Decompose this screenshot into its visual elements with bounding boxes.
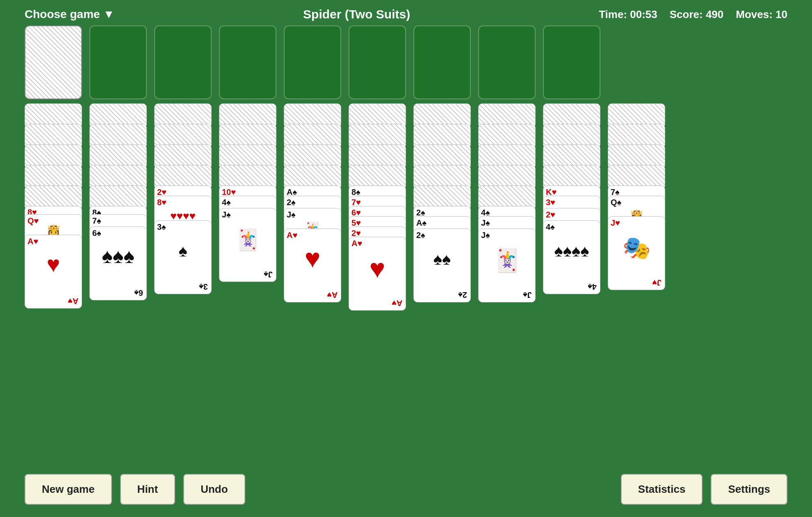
foundation-slot-6 [413, 25, 471, 99]
foundation-slot-1 [89, 25, 147, 99]
bottom-bar: New game Hint Undo Statistics Settings [0, 474, 812, 505]
bottom-right-buttons: Statistics Settings [621, 474, 787, 505]
game-title: Spider (Two Suits) [303, 7, 410, 21]
column-7: 2♠ A♠ 2♠ ♠♠ 2♠ [413, 103, 471, 302]
settings-button[interactable]: Settings [711, 474, 787, 505]
top-bar: Choose game ▼ Spider (Two Suits) Time: 0… [0, 0, 812, 25]
foundation-slot-7 [478, 25, 536, 99]
score-stat: Score: 490 [670, 8, 724, 21]
new-game-button[interactable]: New game [25, 474, 112, 505]
foundation-slot-5 [349, 25, 406, 99]
column-6: 8♠ 7♥ 6♥ 5♥ 2♥ A♥ ♥ A♥ [349, 103, 406, 311]
card-4-spades-4[interactable]: 4♠ ♠♠♠♠ 4♠ [543, 220, 600, 294]
column-5: A♠ 2♠ J♠ 🃏 A♥ ♥ A♥ [284, 103, 341, 302]
foundation-slot-8 [543, 25, 600, 99]
hint-button[interactable]: Hint [120, 474, 176, 505]
foundation-slot-4 [284, 25, 341, 99]
moves-stat: Moves: 10 [736, 8, 787, 21]
card-2-spades-bottom[interactable]: 2♠ ♠♠ 2♠ [413, 229, 471, 302]
column-4: 10♥ 4♠ J♠ 🃏 J♠ [219, 103, 276, 282]
card-ace-hearts-3[interactable]: A♥ ♥ A♥ [349, 237, 406, 311]
bottom-left-buttons: New game Hint Undo [25, 474, 245, 505]
column-2: 8♠ 7♠ 6♠ ♠♠♠ 6♠ [89, 103, 147, 300]
deck-pile[interactable] [25, 25, 82, 99]
column-9: K♥ 👑 3♥ 2♥ 4♠ ♠♠♠♠ 4♠ [543, 103, 600, 294]
column-8: 4♠ J♠ J♠ 🃏 J♠ [478, 103, 536, 302]
card-jack-spades-face-3[interactable]: J♠ 🃏 J♠ [478, 229, 536, 302]
card-ace-hearts-2[interactable]: A♥ ♥ A♥ [284, 229, 341, 302]
card-ace-hearts-1[interactable]: A♥ ♥ A♥ [25, 235, 82, 309]
card-jack-spades-face[interactable]: J♠ 🃏 J♠ [219, 208, 276, 282]
game-stats: Time: 00:53 Score: 490 Moves: 10 [599, 8, 787, 21]
card-3-spades[interactable]: 3♠ ♠ 3♠ [154, 220, 212, 294]
undo-button[interactable]: Undo [183, 474, 245, 505]
foundation-slot-3 [219, 25, 276, 99]
column-1: 8♥ Q♥ 👸 A♥ ♥ A♥ [25, 103, 82, 350]
card-jack-hearts-face[interactable]: J♥ 🎭 J♥ [608, 216, 665, 290]
column-10: 7♠ Q♠ 👸 J♥ 🎭 J♥ [608, 103, 665, 290]
card-6-spades[interactable]: 6♠ ♠♠♠ 6♠ [89, 226, 147, 300]
time-stat: Time: 00:53 [599, 8, 657, 21]
foundation-slot-2 [154, 25, 212, 99]
statistics-button[interactable]: Statistics [621, 474, 703, 505]
columns-area: 8♥ Q♥ 👸 A♥ ♥ A♥ [0, 103, 812, 350]
column-3: 2♥ 8♥ ♥♥♥♥ 3♠ ♠ 3♠ [154, 103, 212, 294]
choose-game-button[interactable]: Choose game ▼ [25, 8, 114, 21]
